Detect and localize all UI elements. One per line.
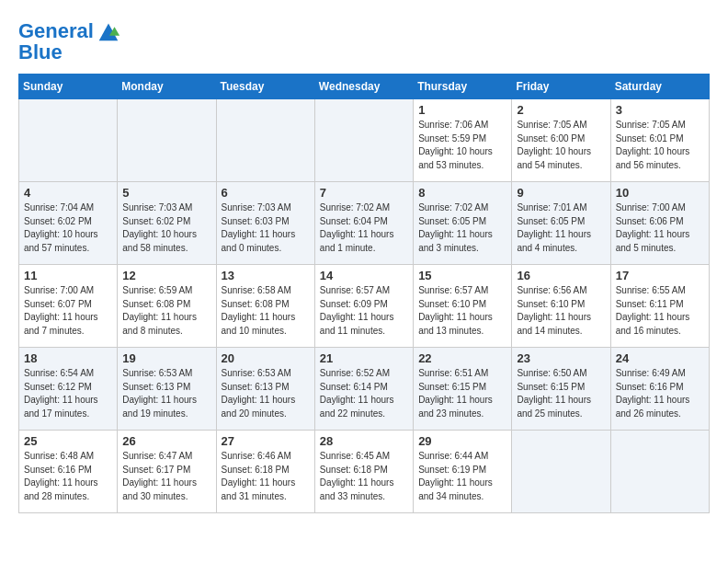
day-info: Sunrise: 6:49 AM Sunset: 6:16 PM Dayligh… [616, 367, 704, 420]
day-number: 15 [418, 269, 506, 282]
day-number: 27 [222, 434, 310, 448]
weekday-header-friday: Friday [512, 75, 610, 99]
day-info: Sunrise: 7:06 AM Sunset: 5:59 PM Dayligh… [418, 119, 506, 172]
weekday-header-row: SundayMondayTuesdayWednesdayThursdayFrid… [19, 75, 710, 99]
calendar-cell [314, 99, 413, 182]
calendar-cell: 17Sunrise: 6:55 AM Sunset: 6:11 PM Dayli… [610, 265, 709, 348]
day-info: Sunrise: 6:57 AM Sunset: 6:09 PM Dayligh… [320, 284, 408, 338]
day-info: Sunrise: 6:56 AM Sunset: 6:10 PM Dayligh… [517, 284, 605, 338]
calendar-cell: 18Sunrise: 6:54 AM Sunset: 6:12 PM Dayli… [19, 348, 118, 431]
calendar-cell: 10Sunrise: 7:00 AM Sunset: 6:06 PM Dayli… [610, 182, 709, 265]
weekday-header-saturday: Saturday [610, 75, 709, 99]
weekday-header-sunday: Sunday [19, 75, 118, 99]
calendar-cell: 11Sunrise: 7:00 AM Sunset: 6:07 PM Dayli… [19, 265, 118, 348]
day-number: 29 [418, 434, 506, 448]
day-info: Sunrise: 7:01 AM Sunset: 6:05 PM Dayligh… [517, 201, 605, 255]
day-info: Sunrise: 7:02 AM Sunset: 6:05 PM Dayligh… [418, 201, 506, 255]
day-info: Sunrise: 6:55 AM Sunset: 6:11 PM Dayligh… [616, 284, 704, 338]
day-info: Sunrise: 7:03 AM Sunset: 6:03 PM Dayligh… [222, 201, 310, 255]
day-info: Sunrise: 6:50 AM Sunset: 6:15 PM Dayligh… [517, 367, 605, 420]
day-number: 14 [320, 269, 408, 282]
day-info: Sunrise: 7:00 AM Sunset: 6:06 PM Dayligh… [616, 201, 704, 255]
day-number: 17 [616, 269, 704, 282]
calendar-cell: 21Sunrise: 6:52 AM Sunset: 6:14 PM Dayli… [314, 348, 413, 431]
calendar-cell: 25Sunrise: 6:48 AM Sunset: 6:16 PM Dayli… [19, 431, 118, 513]
calendar-cell [512, 431, 610, 513]
calendar-cell: 24Sunrise: 6:49 AM Sunset: 6:16 PM Dayli… [610, 348, 709, 431]
logo-text: General [18, 20, 94, 42]
weekday-header-tuesday: Tuesday [216, 75, 314, 99]
day-number: 26 [122, 434, 210, 448]
day-number: 13 [222, 269, 310, 282]
calendar-cell: 7Sunrise: 7:02 AM Sunset: 6:04 PM Daylig… [314, 182, 413, 265]
day-number: 11 [24, 269, 112, 282]
calendar-cell: 28Sunrise: 6:45 AM Sunset: 6:18 PM Dayli… [314, 431, 413, 513]
weekday-header-wednesday: Wednesday [314, 75, 413, 99]
calendar-week-5: 25Sunrise: 6:48 AM Sunset: 6:16 PM Dayli… [19, 431, 710, 513]
calendar-cell: 13Sunrise: 6:58 AM Sunset: 6:08 PM Dayli… [216, 265, 314, 348]
calendar-cell: 16Sunrise: 6:56 AM Sunset: 6:10 PM Dayli… [512, 265, 610, 348]
day-info: Sunrise: 6:46 AM Sunset: 6:18 PM Dayligh… [222, 450, 310, 503]
day-number: 28 [320, 434, 408, 448]
day-info: Sunrise: 7:05 AM Sunset: 6:01 PM Dayligh… [616, 119, 704, 172]
day-info: Sunrise: 7:03 AM Sunset: 6:02 PM Dayligh… [122, 201, 210, 255]
day-info: Sunrise: 6:48 AM Sunset: 6:16 PM Dayligh… [24, 450, 112, 503]
calendar-cell: 1Sunrise: 7:06 AM Sunset: 5:59 PM Daylig… [414, 99, 512, 182]
calendar-cell: 8Sunrise: 7:02 AM Sunset: 6:05 PM Daylig… [414, 182, 512, 265]
day-number: 12 [122, 269, 210, 282]
day-number: 23 [517, 351, 605, 365]
calendar-cell: 15Sunrise: 6:57 AM Sunset: 6:10 PM Dayli… [414, 265, 512, 348]
calendar-week-2: 4Sunrise: 7:04 AM Sunset: 6:02 PM Daylig… [19, 182, 710, 265]
day-number: 6 [222, 186, 310, 200]
day-number: 16 [517, 269, 605, 282]
calendar-cell: 12Sunrise: 6:59 AM Sunset: 6:08 PM Dayli… [118, 265, 216, 348]
day-info: Sunrise: 7:04 AM Sunset: 6:02 PM Dayligh… [24, 201, 112, 255]
day-info: Sunrise: 6:59 AM Sunset: 6:08 PM Dayligh… [122, 284, 210, 338]
day-info: Sunrise: 6:47 AM Sunset: 6:17 PM Dayligh… [122, 450, 210, 503]
day-number: 21 [320, 351, 408, 365]
calendar-cell: 2Sunrise: 7:05 AM Sunset: 6:00 PM Daylig… [512, 99, 610, 182]
day-number: 10 [616, 186, 704, 200]
day-number: 1 [418, 103, 506, 117]
day-info: Sunrise: 7:00 AM Sunset: 6:07 PM Dayligh… [24, 284, 112, 338]
page-header: General Blue [18, 18, 710, 64]
day-number: 9 [517, 186, 605, 200]
calendar-cell [216, 99, 314, 182]
day-info: Sunrise: 6:53 AM Sunset: 6:13 PM Dayligh… [222, 367, 310, 420]
day-number: 20 [222, 351, 310, 365]
day-info: Sunrise: 6:54 AM Sunset: 6:12 PM Dayligh… [24, 367, 112, 420]
weekday-header-thursday: Thursday [414, 75, 512, 99]
day-info: Sunrise: 6:53 AM Sunset: 6:13 PM Dayligh… [122, 367, 210, 420]
calendar-table: SundayMondayTuesdayWednesdayThursdayFrid… [18, 74, 710, 513]
day-info: Sunrise: 6:58 AM Sunset: 6:08 PM Dayligh… [222, 284, 310, 338]
calendar-cell: 14Sunrise: 6:57 AM Sunset: 6:09 PM Dayli… [314, 265, 413, 348]
calendar-cell: 6Sunrise: 7:03 AM Sunset: 6:03 PM Daylig… [216, 182, 314, 265]
day-info: Sunrise: 6:51 AM Sunset: 6:15 PM Dayligh… [418, 367, 506, 420]
logo: General Blue [18, 18, 121, 64]
day-number: 5 [122, 186, 210, 200]
day-info: Sunrise: 7:05 AM Sunset: 6:00 PM Dayligh… [517, 119, 605, 172]
day-number: 18 [24, 351, 112, 365]
calendar-cell [118, 99, 216, 182]
calendar-cell: 4Sunrise: 7:04 AM Sunset: 6:02 PM Daylig… [19, 182, 118, 265]
calendar-week-1: 1Sunrise: 7:06 AM Sunset: 5:59 PM Daylig… [19, 99, 710, 182]
day-number: 25 [24, 434, 112, 448]
day-number: 22 [418, 351, 506, 365]
day-number: 7 [320, 186, 408, 200]
logo-icon [96, 18, 121, 44]
calendar-cell: 23Sunrise: 6:50 AM Sunset: 6:15 PM Dayli… [512, 348, 610, 431]
calendar-cell: 22Sunrise: 6:51 AM Sunset: 6:15 PM Dayli… [414, 348, 512, 431]
day-number: 2 [517, 103, 605, 117]
calendar-cell: 27Sunrise: 6:46 AM Sunset: 6:18 PM Dayli… [216, 431, 314, 513]
calendar-cell: 3Sunrise: 7:05 AM Sunset: 6:01 PM Daylig… [610, 99, 709, 182]
day-info: Sunrise: 6:45 AM Sunset: 6:18 PM Dayligh… [320, 450, 408, 503]
calendar-week-4: 18Sunrise: 6:54 AM Sunset: 6:12 PM Dayli… [19, 348, 710, 431]
calendar-cell: 20Sunrise: 6:53 AM Sunset: 6:13 PM Dayli… [216, 348, 314, 431]
calendar-cell: 29Sunrise: 6:44 AM Sunset: 6:19 PM Dayli… [414, 431, 512, 513]
day-number: 4 [24, 186, 112, 200]
weekday-header-monday: Monday [118, 75, 216, 99]
day-info: Sunrise: 7:02 AM Sunset: 6:04 PM Dayligh… [320, 201, 408, 255]
calendar-cell [19, 99, 118, 182]
calendar-cell [610, 431, 709, 513]
day-info: Sunrise: 6:52 AM Sunset: 6:14 PM Dayligh… [320, 367, 408, 420]
